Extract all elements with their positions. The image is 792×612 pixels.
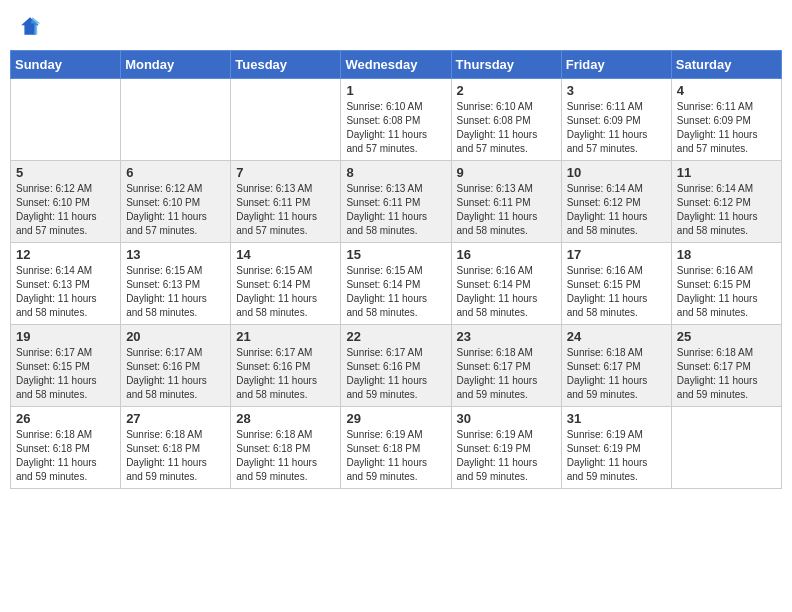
- calendar-cell: 21Sunrise: 6:17 AM Sunset: 6:16 PM Dayli…: [231, 325, 341, 407]
- day-info: Sunrise: 6:14 AM Sunset: 6:13 PM Dayligh…: [16, 264, 115, 320]
- calendar-cell: [121, 79, 231, 161]
- calendar-cell: 28Sunrise: 6:18 AM Sunset: 6:18 PM Dayli…: [231, 407, 341, 489]
- day-info: Sunrise: 6:12 AM Sunset: 6:10 PM Dayligh…: [126, 182, 225, 238]
- calendar-cell: 24Sunrise: 6:18 AM Sunset: 6:17 PM Dayli…: [561, 325, 671, 407]
- calendar-cell: 23Sunrise: 6:18 AM Sunset: 6:17 PM Dayli…: [451, 325, 561, 407]
- day-info: Sunrise: 6:11 AM Sunset: 6:09 PM Dayligh…: [567, 100, 666, 156]
- logo-icon: [18, 14, 42, 38]
- day-info: Sunrise: 6:15 AM Sunset: 6:14 PM Dayligh…: [346, 264, 445, 320]
- calendar-cell: 15Sunrise: 6:15 AM Sunset: 6:14 PM Dayli…: [341, 243, 451, 325]
- calendar-week-row: 5Sunrise: 6:12 AM Sunset: 6:10 PM Daylig…: [11, 161, 782, 243]
- day-info: Sunrise: 6:10 AM Sunset: 6:08 PM Dayligh…: [346, 100, 445, 156]
- day-number: 23: [457, 329, 556, 344]
- calendar-cell: 16Sunrise: 6:16 AM Sunset: 6:14 PM Dayli…: [451, 243, 561, 325]
- day-info: Sunrise: 6:13 AM Sunset: 6:11 PM Dayligh…: [236, 182, 335, 238]
- calendar-week-row: 12Sunrise: 6:14 AM Sunset: 6:13 PM Dayli…: [11, 243, 782, 325]
- day-info: Sunrise: 6:14 AM Sunset: 6:12 PM Dayligh…: [567, 182, 666, 238]
- day-number: 18: [677, 247, 776, 262]
- calendar-cell: 11Sunrise: 6:14 AM Sunset: 6:12 PM Dayli…: [671, 161, 781, 243]
- day-info: Sunrise: 6:19 AM Sunset: 6:19 PM Dayligh…: [567, 428, 666, 484]
- day-number: 22: [346, 329, 445, 344]
- day-info: Sunrise: 6:11 AM Sunset: 6:09 PM Dayligh…: [677, 100, 776, 156]
- calendar-table: SundayMondayTuesdayWednesdayThursdayFrid…: [10, 50, 782, 489]
- calendar-cell: 8Sunrise: 6:13 AM Sunset: 6:11 PM Daylig…: [341, 161, 451, 243]
- calendar-cell: 30Sunrise: 6:19 AM Sunset: 6:19 PM Dayli…: [451, 407, 561, 489]
- day-number: 21: [236, 329, 335, 344]
- day-number: 20: [126, 329, 225, 344]
- calendar-cell: 13Sunrise: 6:15 AM Sunset: 6:13 PM Dayli…: [121, 243, 231, 325]
- day-number: 25: [677, 329, 776, 344]
- day-info: Sunrise: 6:19 AM Sunset: 6:19 PM Dayligh…: [457, 428, 556, 484]
- calendar-cell: [671, 407, 781, 489]
- day-info: Sunrise: 6:17 AM Sunset: 6:16 PM Dayligh…: [126, 346, 225, 402]
- day-info: Sunrise: 6:15 AM Sunset: 6:14 PM Dayligh…: [236, 264, 335, 320]
- day-info: Sunrise: 6:13 AM Sunset: 6:11 PM Dayligh…: [457, 182, 556, 238]
- day-info: Sunrise: 6:10 AM Sunset: 6:08 PM Dayligh…: [457, 100, 556, 156]
- calendar-cell: 25Sunrise: 6:18 AM Sunset: 6:17 PM Dayli…: [671, 325, 781, 407]
- day-number: 13: [126, 247, 225, 262]
- day-number: 27: [126, 411, 225, 426]
- day-info: Sunrise: 6:14 AM Sunset: 6:12 PM Dayligh…: [677, 182, 776, 238]
- weekday-header-saturday: Saturday: [671, 51, 781, 79]
- day-info: Sunrise: 6:17 AM Sunset: 6:16 PM Dayligh…: [346, 346, 445, 402]
- weekday-header-thursday: Thursday: [451, 51, 561, 79]
- day-info: Sunrise: 6:12 AM Sunset: 6:10 PM Dayligh…: [16, 182, 115, 238]
- day-number: 2: [457, 83, 556, 98]
- day-number: 24: [567, 329, 666, 344]
- day-number: 3: [567, 83, 666, 98]
- page-header: [10, 10, 782, 42]
- day-number: 16: [457, 247, 556, 262]
- calendar-cell: 5Sunrise: 6:12 AM Sunset: 6:10 PM Daylig…: [11, 161, 121, 243]
- day-info: Sunrise: 6:16 AM Sunset: 6:14 PM Dayligh…: [457, 264, 556, 320]
- calendar-cell: 20Sunrise: 6:17 AM Sunset: 6:16 PM Dayli…: [121, 325, 231, 407]
- day-number: 10: [567, 165, 666, 180]
- day-info: Sunrise: 6:16 AM Sunset: 6:15 PM Dayligh…: [567, 264, 666, 320]
- day-number: 15: [346, 247, 445, 262]
- day-number: 12: [16, 247, 115, 262]
- calendar-cell: 19Sunrise: 6:17 AM Sunset: 6:15 PM Dayli…: [11, 325, 121, 407]
- calendar-week-row: 26Sunrise: 6:18 AM Sunset: 6:18 PM Dayli…: [11, 407, 782, 489]
- day-number: 1: [346, 83, 445, 98]
- day-number: 28: [236, 411, 335, 426]
- day-info: Sunrise: 6:18 AM Sunset: 6:18 PM Dayligh…: [236, 428, 335, 484]
- day-number: 14: [236, 247, 335, 262]
- calendar-cell: 17Sunrise: 6:16 AM Sunset: 6:15 PM Dayli…: [561, 243, 671, 325]
- day-number: 7: [236, 165, 335, 180]
- day-number: 29: [346, 411, 445, 426]
- calendar-cell: 26Sunrise: 6:18 AM Sunset: 6:18 PM Dayli…: [11, 407, 121, 489]
- logo: [18, 14, 46, 38]
- day-info: Sunrise: 6:19 AM Sunset: 6:18 PM Dayligh…: [346, 428, 445, 484]
- calendar-cell: 3Sunrise: 6:11 AM Sunset: 6:09 PM Daylig…: [561, 79, 671, 161]
- calendar-cell: 10Sunrise: 6:14 AM Sunset: 6:12 PM Dayli…: [561, 161, 671, 243]
- calendar-cell: 12Sunrise: 6:14 AM Sunset: 6:13 PM Dayli…: [11, 243, 121, 325]
- day-number: 9: [457, 165, 556, 180]
- weekday-header-row: SundayMondayTuesdayWednesdayThursdayFrid…: [11, 51, 782, 79]
- day-info: Sunrise: 6:18 AM Sunset: 6:18 PM Dayligh…: [16, 428, 115, 484]
- day-info: Sunrise: 6:18 AM Sunset: 6:17 PM Dayligh…: [567, 346, 666, 402]
- calendar-cell: 29Sunrise: 6:19 AM Sunset: 6:18 PM Dayli…: [341, 407, 451, 489]
- calendar-week-row: 19Sunrise: 6:17 AM Sunset: 6:15 PM Dayli…: [11, 325, 782, 407]
- day-info: Sunrise: 6:15 AM Sunset: 6:13 PM Dayligh…: [126, 264, 225, 320]
- calendar-cell: 9Sunrise: 6:13 AM Sunset: 6:11 PM Daylig…: [451, 161, 561, 243]
- calendar-cell: 2Sunrise: 6:10 AM Sunset: 6:08 PM Daylig…: [451, 79, 561, 161]
- weekday-header-tuesday: Tuesday: [231, 51, 341, 79]
- day-info: Sunrise: 6:17 AM Sunset: 6:16 PM Dayligh…: [236, 346, 335, 402]
- day-info: Sunrise: 6:17 AM Sunset: 6:15 PM Dayligh…: [16, 346, 115, 402]
- day-info: Sunrise: 6:18 AM Sunset: 6:17 PM Dayligh…: [457, 346, 556, 402]
- calendar-cell: 1Sunrise: 6:10 AM Sunset: 6:08 PM Daylig…: [341, 79, 451, 161]
- day-number: 4: [677, 83, 776, 98]
- day-number: 26: [16, 411, 115, 426]
- day-number: 8: [346, 165, 445, 180]
- day-number: 17: [567, 247, 666, 262]
- day-number: 5: [16, 165, 115, 180]
- calendar-cell: 6Sunrise: 6:12 AM Sunset: 6:10 PM Daylig…: [121, 161, 231, 243]
- calendar-cell: 27Sunrise: 6:18 AM Sunset: 6:18 PM Dayli…: [121, 407, 231, 489]
- day-info: Sunrise: 6:16 AM Sunset: 6:15 PM Dayligh…: [677, 264, 776, 320]
- calendar-cell: 4Sunrise: 6:11 AM Sunset: 6:09 PM Daylig…: [671, 79, 781, 161]
- day-info: Sunrise: 6:18 AM Sunset: 6:18 PM Dayligh…: [126, 428, 225, 484]
- day-number: 31: [567, 411, 666, 426]
- calendar-cell: 14Sunrise: 6:15 AM Sunset: 6:14 PM Dayli…: [231, 243, 341, 325]
- day-number: 11: [677, 165, 776, 180]
- calendar-cell: 7Sunrise: 6:13 AM Sunset: 6:11 PM Daylig…: [231, 161, 341, 243]
- calendar-cell: [231, 79, 341, 161]
